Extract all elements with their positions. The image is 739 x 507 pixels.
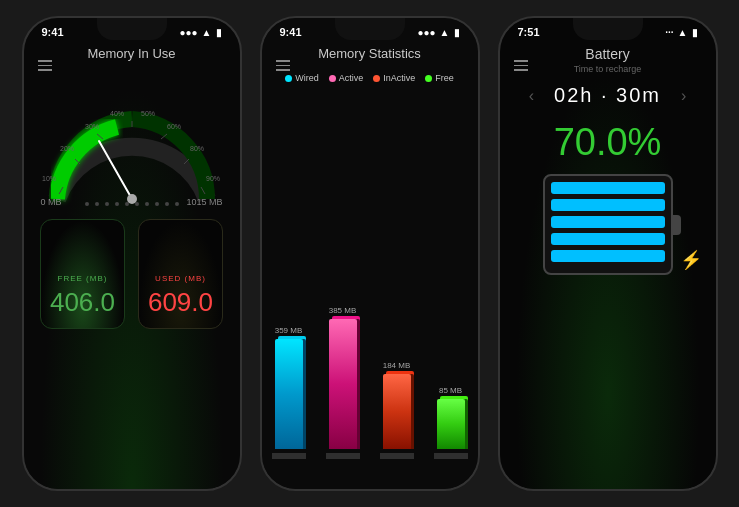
bar-floor-active xyxy=(326,453,360,459)
bar-active xyxy=(329,319,357,449)
time-next-button[interactable]: › xyxy=(681,87,686,105)
battery-bar-5 xyxy=(551,250,665,262)
svg-text:50%: 50% xyxy=(140,110,154,117)
battery-visual: ⚡ xyxy=(500,174,716,275)
legend-active: Active xyxy=(329,73,364,83)
screen-memory-in-use: 9:41 ●●● ▲ ▮ Memory In Use xyxy=(24,18,240,489)
menu-line xyxy=(276,69,290,71)
status-icons-3: ··· ▲ ▮ xyxy=(665,27,697,38)
gauge-max: 1015 MB xyxy=(186,197,222,207)
signal-icon-1: ●●● xyxy=(179,27,197,38)
hamburger-menu-3[interactable] xyxy=(514,60,528,71)
gauge-labels: 0 MB 1015 MB xyxy=(37,197,227,207)
bar-free xyxy=(437,399,465,449)
bar-wired xyxy=(275,339,303,449)
legend-free: Free xyxy=(425,73,454,83)
time-row: ‹ 02h · 30m › xyxy=(500,80,716,115)
legend-dot-free xyxy=(425,75,432,82)
menu-line xyxy=(514,69,528,71)
used-memory-box: USED (MB) 609.0 xyxy=(138,219,223,329)
battery-bar-4 xyxy=(551,233,665,245)
status-icons-2: ●●● ▲ ▮ xyxy=(417,27,459,38)
menu-line xyxy=(38,60,52,62)
free-value: 406.0 xyxy=(50,287,115,318)
battery-tip xyxy=(673,215,681,235)
wifi-icon-1: ▲ xyxy=(202,27,212,38)
bar-group-active: 385 MB xyxy=(326,306,360,459)
screen-title-2: Memory Statistics xyxy=(262,42,478,69)
memory-stats: FREE (MB) 406.0 USED (MB) 609.0 xyxy=(24,209,240,489)
time-3: 7:51 xyxy=(518,26,540,38)
bar-group-wired: 359 MB xyxy=(272,326,306,459)
bar-label-active: 385 MB xyxy=(329,306,357,315)
gauge-min: 0 MB xyxy=(41,197,62,207)
phone-memory-statistics: 9:41 ●●● ▲ ▮ Memory Statistics Wired Act… xyxy=(260,16,480,491)
svg-text:40%: 40% xyxy=(109,110,123,117)
svg-text:90%: 90% xyxy=(205,175,219,182)
svg-text:60%: 60% xyxy=(166,123,180,130)
legend-label-inactive: InActive xyxy=(383,73,415,83)
menu-line xyxy=(514,60,528,62)
menu-line xyxy=(514,65,528,67)
battery-body xyxy=(543,174,673,275)
svg-text:20%: 20% xyxy=(59,145,73,152)
used-label: USED (MB) xyxy=(155,274,206,283)
battery-title: Battery xyxy=(500,42,716,64)
notch xyxy=(97,18,167,40)
svg-text:80%: 80% xyxy=(189,145,203,152)
bar-label-wired: 359 MB xyxy=(275,326,303,335)
bar-inactive xyxy=(383,374,411,449)
bar-label-free: 85 MB xyxy=(439,386,462,395)
hamburger-menu-2[interactable] xyxy=(276,60,290,71)
wifi-icon-2: ▲ xyxy=(440,27,450,38)
phone-battery: 7:51 ··· ▲ ▮ Battery Time to recharge ‹ … xyxy=(498,16,718,491)
bar-group-free: 85 MB xyxy=(434,386,468,459)
bar-floor-inactive xyxy=(380,453,414,459)
charging-icon: ⚡ xyxy=(680,249,702,271)
svg-text:30%: 30% xyxy=(84,123,98,130)
legend-label-free: Free xyxy=(435,73,454,83)
battery-icon-2: ▮ xyxy=(454,27,460,38)
time-prev-button[interactable]: ‹ xyxy=(529,87,534,105)
free-memory-box: FREE (MB) 406.0 xyxy=(40,219,125,329)
battery-icon-3: ▮ xyxy=(692,27,698,38)
time-1: 9:41 xyxy=(42,26,64,38)
bar-floor-free xyxy=(434,453,468,459)
time-value: 02h · 30m xyxy=(554,84,661,107)
wifi-icon-3: ▲ xyxy=(678,27,688,38)
free-label: FREE (MB) xyxy=(58,274,108,283)
screen-title-1: Memory In Use xyxy=(24,42,240,69)
menu-line xyxy=(38,65,52,67)
svg-text:10%: 10% xyxy=(41,175,55,182)
screen-memory-statistics: 9:41 ●●● ▲ ▮ Memory Statistics Wired Act… xyxy=(262,18,478,489)
legend-dot-wired xyxy=(285,75,292,82)
menu-line xyxy=(276,65,290,67)
bar-group-inactive: 184 MB xyxy=(380,361,414,459)
gauge-svg: 10% 20% 30% 40% 50% 60% 80% 90% xyxy=(37,69,227,209)
battery-bar-1 xyxy=(551,182,665,194)
status-icons-1: ●●● ▲ ▮ xyxy=(179,27,221,38)
notch-3 xyxy=(573,18,643,40)
legend-dot-active xyxy=(329,75,336,82)
recharge-label: Time to recharge xyxy=(500,64,716,80)
legend-wired: Wired xyxy=(285,73,319,83)
used-value: 609.0 xyxy=(148,287,213,318)
gauge-container: 10% 20% 30% 40% 50% 60% 80% 90% xyxy=(37,69,227,209)
legend-inactive: InActive xyxy=(373,73,415,83)
chart-legend: Wired Active InActive Free xyxy=(262,69,478,91)
time-2: 9:41 xyxy=(280,26,302,38)
battery-bar-2 xyxy=(551,199,665,211)
notch-2 xyxy=(335,18,405,40)
menu-line xyxy=(276,60,290,62)
battery-percent: 70.0% xyxy=(500,115,716,174)
legend-label-active: Active xyxy=(339,73,364,83)
battery-icon-1: ▮ xyxy=(216,27,222,38)
legend-dot-inactive xyxy=(373,75,380,82)
legend-label-wired: Wired xyxy=(295,73,319,83)
signal-icon-3: ··· xyxy=(665,27,673,38)
screen-battery: 7:51 ··· ▲ ▮ Battery Time to recharge ‹ … xyxy=(500,18,716,489)
battery-bar-3 xyxy=(551,216,665,228)
phone-memory-in-use: 9:41 ●●● ▲ ▮ Memory In Use xyxy=(22,16,242,491)
signal-icon-2: ●●● xyxy=(417,27,435,38)
bar-floor-wired xyxy=(272,453,306,459)
